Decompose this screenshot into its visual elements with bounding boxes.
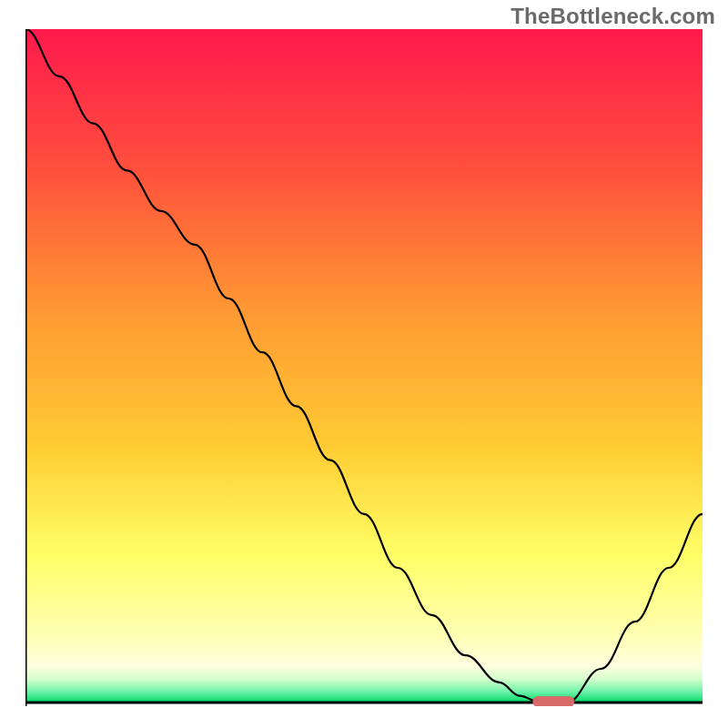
watermark-text: TheBottleneck.com [511, 4, 715, 29]
gradient-background [25, 29, 703, 703]
bottleneck-chart: TheBottleneck.com [0, 0, 728, 728]
plot-area [25, 29, 703, 706]
optimal-marker [532, 696, 574, 706]
chart-svg [25, 29, 703, 706]
